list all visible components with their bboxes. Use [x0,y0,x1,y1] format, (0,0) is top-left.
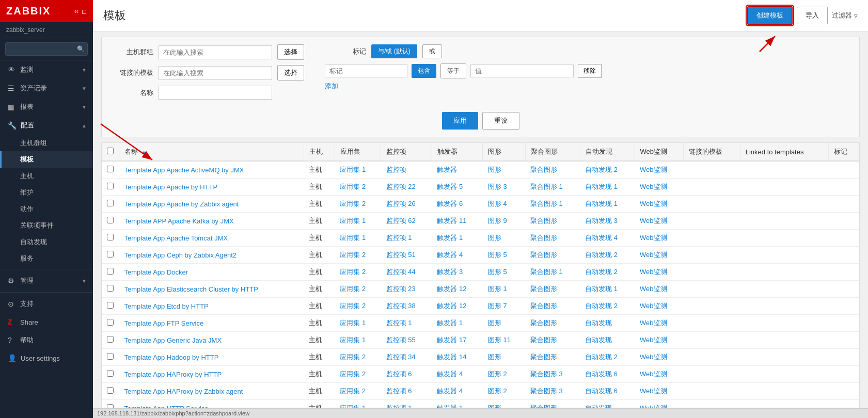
tag-logic-or-button[interactable]: 或 [422,44,442,58]
template-name[interactable]: Template APP Apache Kafka by JMX [119,213,304,230]
sidebar-item-services[interactable]: 服务 [0,250,93,267]
template-monitor[interactable]: 监控项 55 [381,332,432,349]
template-web[interactable]: Web监测 [635,315,683,332]
tag-contains-button[interactable]: 包含 [412,64,436,78]
template-graph[interactable]: 图形 [483,161,525,179]
template-trigger[interactable]: 触发器 12 [432,281,483,298]
template-app[interactable]: 应用集 2 [335,281,381,298]
template-agg-graph[interactable]: 聚合图形 [525,230,580,247]
template-name[interactable]: Template App Apache by HTTP [119,179,304,196]
template-discovery[interactable]: 自动发现 2 [580,247,635,264]
template-trigger[interactable]: 触发器 4 [432,366,483,383]
template-app[interactable]: 应用集 2 [335,264,381,281]
template-trigger[interactable]: 触发器 [432,161,483,179]
import-button[interactable]: 导入 [797,7,828,24]
template-monitor[interactable]: 监控项 44 [381,264,432,281]
template-trigger[interactable]: 触发器 11 [432,213,483,230]
template-graph[interactable]: 图形 3 [483,179,525,196]
row-checkbox[interactable] [107,370,114,377]
template-agg-graph[interactable]: 聚合图形 [525,247,580,264]
template-trigger[interactable]: 触发器 4 [432,247,483,264]
template-app[interactable]: 应用集 2 [335,383,381,400]
template-web[interactable]: Web监测 [635,332,683,349]
template-app[interactable]: 应用集 1 [335,213,381,230]
template-app[interactable]: 应用集 1 [335,230,381,247]
template-trigger[interactable]: 触发器 1 [432,230,483,247]
template-monitor[interactable]: 监控项 6 [381,366,432,383]
template-graph[interactable]: 图形 2 [483,383,525,400]
template-discovery[interactable]: 自动发现 2 [580,264,635,281]
template-name[interactable]: Template App Docker [119,264,304,281]
template-trigger[interactable]: 触发器 14 [432,349,483,366]
sidebar-item-hosts[interactable]: 主机 [0,168,93,184]
template-agg-graph[interactable]: 聚合图形 [525,213,580,230]
template-agg-graph[interactable]: 聚合图形 [525,332,580,349]
sidebar-item-assets[interactable]: ☰ 资产记录 ▼ [0,79,93,98]
tag-logic-and-or-button[interactable]: 与/或 (默认) [371,44,417,58]
template-agg-graph[interactable]: 聚合图形 [525,315,580,332]
template-discovery[interactable]: 自动发现 1 [580,281,635,298]
template-agg-graph[interactable]: 聚合图形 3 [525,383,580,400]
template-web[interactable]: Web监测 [635,366,683,383]
template-trigger[interactable]: 触发器 3 [432,264,483,281]
template-agg-graph[interactable]: 聚合图形 3 [525,366,580,383]
row-checkbox[interactable] [107,285,114,292]
template-name[interactable]: Template App Elasticsearch Cluster by HT… [119,281,304,298]
template-web[interactable]: Web监测 [635,247,683,264]
expand-icon[interactable]: ◻ [82,8,87,15]
template-discovery[interactable]: 自动发现 [580,400,635,409]
sidebar-item-templates[interactable]: 模板 [0,151,93,168]
template-graph[interactable]: 图形 [483,400,525,409]
search-input[interactable] [5,42,88,56]
template-trigger[interactable]: 触发器 1 [432,315,483,332]
template-discovery[interactable]: 自动发现 1 [580,196,635,213]
row-checkbox[interactable] [107,302,114,309]
template-graph[interactable]: 图形 4 [483,196,525,213]
template-monitor[interactable]: 监控项 1 [381,400,432,409]
row-checkbox[interactable] [107,183,114,189]
template-discovery[interactable]: 自动发现 4 [580,230,635,247]
select-all-checkbox[interactable] [107,148,114,154]
template-graph[interactable]: 图形 [483,349,525,366]
template-agg-graph[interactable]: 聚合图形 1 [525,196,580,213]
tag-name-input[interactable] [325,65,407,77]
template-name[interactable]: Template App Etcd by HTTP [119,298,304,315]
linked-template-select-button[interactable]: 选择 [277,65,304,81]
row-checkbox[interactable] [107,234,114,240]
template-monitor[interactable]: 监控项 [381,161,432,179]
template-monitor[interactable]: 监控项 51 [381,247,432,264]
sidebar-item-help[interactable]: ? 帮助 [0,331,93,349]
sidebar-item-host-groups[interactable]: 主机群组 [0,135,93,151]
row-checkbox[interactable] [107,268,114,275]
template-web[interactable]: Web监测 [635,230,683,247]
template-web[interactable]: Web监测 [635,264,683,281]
row-checkbox[interactable] [107,217,114,223]
filter-toggle-button[interactable]: 过滤器 ▿ [832,11,858,20]
template-monitor[interactable]: 监控项 62 [381,213,432,230]
template-monitor[interactable]: 监控项 1 [381,230,432,247]
row-checkbox[interactable] [107,319,114,326]
template-app[interactable]: 应用集 2 [335,247,381,264]
sidebar-item-maintenance[interactable]: 维护 [0,184,93,201]
template-agg-graph[interactable]: 聚合图形 [525,298,580,315]
template-trigger[interactable]: 触发器 5 [432,179,483,196]
sidebar-item-monitor[interactable]: 👁 监测 ▼ [0,60,93,79]
template-discovery[interactable]: 自动发现 2 [580,349,635,366]
template-web[interactable]: Web监测 [635,349,683,366]
template-graph[interactable]: 图形 5 [483,264,525,281]
template-graph[interactable]: 图形 11 [483,332,525,349]
template-name[interactable]: Template App Generic Java JMX [119,332,304,349]
template-graph[interactable]: 图形 [483,315,525,332]
template-app[interactable]: 应用集 1 [335,400,381,409]
template-app[interactable]: 应用集 2 [335,196,381,213]
template-monitor[interactable]: 监控项 1 [381,315,432,332]
tag-value-input[interactable] [470,65,574,77]
sidebar-item-reports[interactable]: ▦ 报表 ▼ [0,98,93,116]
template-monitor[interactable]: 监控项 6 [381,383,432,400]
template-agg-graph[interactable]: 聚合图形 1 [525,179,580,196]
template-trigger[interactable]: 触发器 12 [432,298,483,315]
col-name[interactable]: 名称 ▲ [119,143,304,161]
template-monitor[interactable]: 监控项 34 [381,349,432,366]
template-graph[interactable]: 图形 9 [483,213,525,230]
sidebar-item-admin[interactable]: ⚙ 管理 ▼ [0,271,93,290]
